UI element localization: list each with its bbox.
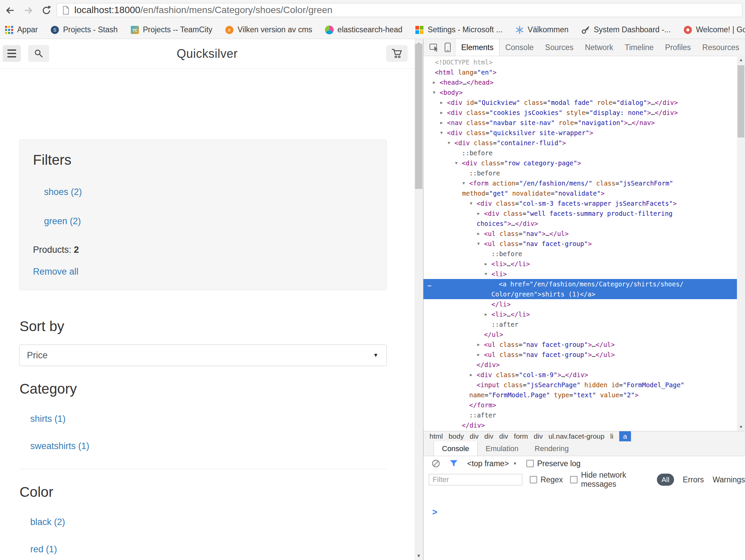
expand-arrow-open-icon[interactable]: ▼ xyxy=(485,269,491,279)
expand-arrow-open-icon[interactable]: ▼ xyxy=(455,158,461,168)
expand-arrow-closed-icon[interactable]: ▶ xyxy=(477,229,483,239)
dom-tree-line[interactable]: name="FormModel.Page" type="text" value=… xyxy=(423,390,737,400)
console-level-all[interactable]: All xyxy=(657,474,674,486)
dom-tree-line[interactable]: ▶<li>…</li> xyxy=(423,259,737,269)
dom-tree-line[interactable]: ▶<div class="col-sm-9">…</div> xyxy=(423,370,737,380)
console-level-warnings[interactable]: Warnings xyxy=(713,475,745,484)
dom-tree-line[interactable]: ▼<ul class="nav facet-group"> xyxy=(423,239,737,249)
expand-arrow-closed-icon[interactable]: ▶ xyxy=(440,98,446,108)
devtools-tab-profiles[interactable]: Profiles xyxy=(659,39,697,56)
dom-tree-line[interactable]: Color/green">shirts (1)</a> xyxy=(423,289,737,299)
scroll-down-icon[interactable]: ▼ xyxy=(737,423,745,431)
expand-arrow-closed-icon[interactable]: ▶ xyxy=(433,77,439,88)
regex-checkbox[interactable] xyxy=(530,476,537,483)
bookmark-item[interactable]: Welcome! | GoTo... xyxy=(683,25,745,34)
devtools-tab-network[interactable]: Network xyxy=(579,39,619,56)
expand-arrow-open-icon[interactable]: ▼ xyxy=(477,239,483,249)
bookmark-item[interactable]: TCProjects -- TeamCity xyxy=(130,25,213,34)
bookmark-item[interactable]: Appar xyxy=(5,25,38,34)
expand-arrow-open-icon[interactable]: ▼ xyxy=(440,128,446,138)
expand-arrow-closed-icon[interactable]: ▶ xyxy=(440,118,446,128)
breadcrumb-li[interactable]: li xyxy=(610,432,613,440)
scroll-down-icon[interactable]: ▼ xyxy=(414,551,423,560)
dom-tree-line[interactable]: </form> xyxy=(423,400,737,410)
bookmark-item[interactable]: eVilken version av cms xyxy=(225,25,312,34)
breadcrumb-form[interactable]: form xyxy=(514,432,528,440)
facet-link[interactable]: black (2) xyxy=(30,517,414,527)
expand-arrow-closed-icon[interactable]: ▶ xyxy=(477,340,483,350)
bookmark-item[interactable]: Välkommen xyxy=(515,25,569,34)
dom-tree-line[interactable]: <html lang="en"> xyxy=(423,67,737,77)
dom-tree-line[interactable]: ▼<body> xyxy=(423,88,737,98)
dom-tree-line[interactable]: ▶<head>…</head> xyxy=(423,77,737,88)
scroll-up-icon[interactable]: ▲ xyxy=(737,56,745,64)
dom-tree-line[interactable]: <input class="jsSearchPage" hidden id="F… xyxy=(423,380,737,390)
console-output[interactable]: > xyxy=(423,488,745,560)
dom-tree-line[interactable]: ::after xyxy=(423,319,737,329)
bookmark-item[interactable]: elasticsearch-head xyxy=(325,25,402,34)
breadcrumb-div[interactable]: div xyxy=(469,432,479,440)
dom-tree-line[interactable]: ▼<div class="row category-page"> xyxy=(423,158,737,168)
clear-console-button[interactable] xyxy=(431,459,440,468)
devtools-tab-sources[interactable]: Sources xyxy=(540,39,579,56)
devtools-tab-console[interactable]: Console xyxy=(499,39,539,56)
breadcrumb-body[interactable]: body xyxy=(449,432,464,440)
bookmark-item[interactable]: System Dashboard -... xyxy=(581,25,671,34)
console-filter-input[interactable] xyxy=(429,474,522,485)
dom-tree-line[interactable]: ▶<div class="well facets-summary product… xyxy=(423,208,737,218)
dom-tree-line[interactable]: <!DOCTYPE html> xyxy=(423,57,737,67)
dom-tree-line[interactable]: ▼<div class="container-fluid"> xyxy=(423,138,737,148)
dom-tree-line[interactable]: ▶<nav class="navbar site-nav" role="navi… xyxy=(423,118,737,128)
dom-tree-line[interactable]: ▶<ul class="nav facet-group">…</ul> xyxy=(423,350,737,360)
sort-select[interactable]: Price ▼ xyxy=(19,345,387,366)
console-prompt-icon[interactable]: > xyxy=(432,507,437,517)
back-button[interactable] xyxy=(3,3,18,18)
active-filter-link[interactable]: green (2) xyxy=(44,216,373,226)
forward-button[interactable] xyxy=(21,3,36,18)
dom-tree-line[interactable]: method="get" novalidate="novalidate"> xyxy=(423,188,737,198)
expand-arrow-open-icon[interactable]: ▼ xyxy=(462,178,468,188)
breadcrumb-div[interactable]: div xyxy=(534,432,543,440)
breadcrumb-div[interactable]: div xyxy=(499,432,508,440)
facet-link[interactable]: shirts (1) xyxy=(30,414,414,424)
expand-arrow-open-icon[interactable]: ▼ xyxy=(448,138,454,148)
reload-button[interactable] xyxy=(39,3,54,18)
dom-tree-line[interactable]: </ul> xyxy=(423,329,737,340)
breadcrumb-html[interactable]: html xyxy=(429,432,443,440)
dom-tree-line[interactable]: ::before xyxy=(423,249,737,259)
dom-tree-line[interactable]: ::after xyxy=(423,410,737,420)
devtools-scrollbar-thumb[interactable] xyxy=(738,65,744,138)
dom-tree-line[interactable]: ▼<li> xyxy=(423,269,737,279)
expand-arrow-closed-icon[interactable]: ▶ xyxy=(477,350,483,360)
preserve-log-checkbox[interactable] xyxy=(526,460,534,467)
remove-all-link[interactable]: Remove all xyxy=(33,267,373,277)
expand-arrow-open-icon[interactable]: ▼ xyxy=(433,88,439,98)
dom-tree-line[interactable]: ▶<li>…</li> xyxy=(423,309,737,319)
dom-tree-line[interactable]: ▶<ul class="nav facet-group">…</ul> xyxy=(423,340,737,350)
dom-tree-line[interactable]: </li> xyxy=(423,299,737,309)
dom-tree-line[interactable]: ::before xyxy=(423,148,737,158)
console-level-errors[interactable]: Errors xyxy=(683,475,704,484)
device-mode-button[interactable] xyxy=(442,41,454,54)
menu-button[interactable] xyxy=(3,45,21,62)
facet-link[interactable]: sweatshirts (1) xyxy=(30,441,414,451)
page-scrollbar-thumb[interactable] xyxy=(415,44,422,189)
cart-button[interactable] xyxy=(386,45,408,62)
expand-arrow-closed-icon[interactable]: ▶ xyxy=(485,259,491,269)
dom-tree-line[interactable]: ▶<ul class="nav">…</ul> xyxy=(423,229,737,239)
devtools-tab-timeline[interactable]: Timeline xyxy=(619,39,659,56)
hide-network-checkbox[interactable] xyxy=(570,476,578,483)
dom-tree-line[interactable]: ▼<div class="quicksilver site-wrapper"> xyxy=(423,128,737,138)
search-button[interactable] xyxy=(28,45,49,62)
drawer-tab-rendering[interactable]: Rendering xyxy=(527,441,577,456)
facet-link[interactable]: red (1) xyxy=(30,544,414,555)
expand-arrow-closed-icon[interactable]: ▶ xyxy=(477,208,483,218)
active-filter-link[interactable]: shoes (2) xyxy=(44,187,373,197)
dom-tree-line[interactable]: </div> xyxy=(423,420,737,430)
dom-tree-line[interactable]: …<a href="/en/fashion/mens/Category/shir… xyxy=(423,279,737,289)
dom-tree-line[interactable]: ▼<form action="/en/fashion/mens/" class=… xyxy=(423,178,737,188)
drawer-tab-console[interactable]: Console xyxy=(433,441,478,456)
frame-selector[interactable]: <top frame> ▼ xyxy=(467,459,517,468)
devtools-tab-elements[interactable]: Elements xyxy=(455,39,499,56)
breadcrumb-div[interactable]: div xyxy=(484,432,493,440)
